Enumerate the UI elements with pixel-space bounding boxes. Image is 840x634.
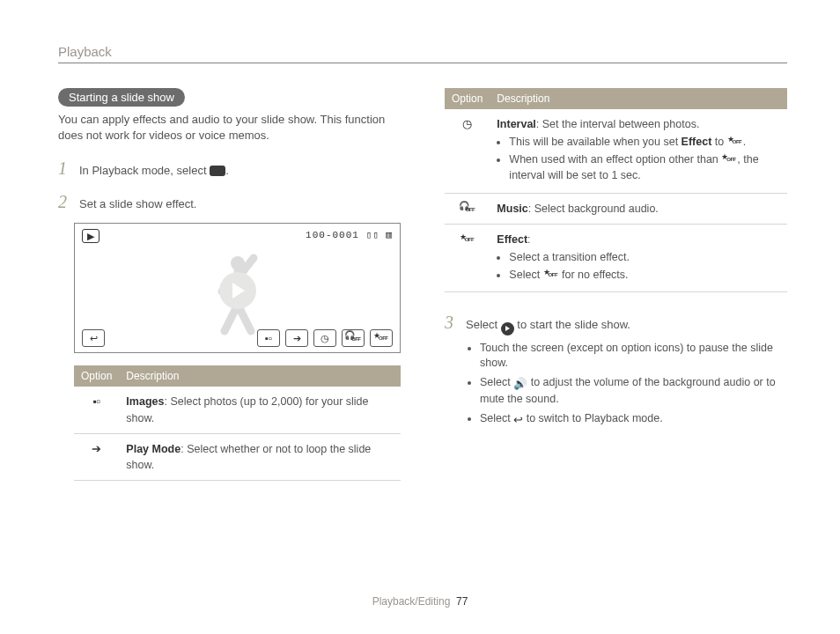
volume-icon: 🔊: [513, 377, 527, 393]
section-header: Playback: [58, 44, 112, 59]
play-button-icon: [219, 272, 256, 309]
effect-off-icon: [721, 153, 737, 164]
camera-screen-illustration: ▶ 100-0001 ▯▯ ▥ ↩ ▪▫ ➔ ◷: [74, 223, 401, 353]
effect-bullet-2: Select for no effects.: [509, 267, 780, 283]
step-3-note-a: Touch the screen (except on option icons…: [480, 341, 787, 372]
step-2-text: Set a slide show effect.: [79, 196, 401, 212]
step-number: 1: [58, 156, 72, 181]
options-table-right: Option Description ◷ Interval: Set the i…: [445, 88, 787, 292]
interval-bullet-1: This will be available when you set Effe…: [509, 134, 780, 150]
step-1: 1 In Playback mode, select .: [58, 156, 401, 181]
play-mode-icon: [210, 166, 225, 176]
effect-off-icon: [445, 224, 490, 291]
arrow-right-icon: ➔: [285, 329, 308, 347]
interval-icon: ◷: [445, 109, 490, 193]
table-row: Music: Select background audio.: [445, 193, 787, 224]
interval-description: Interval: Set the interval between photo…: [490, 109, 787, 193]
intro-text: You can apply effects and audio to your …: [58, 112, 401, 144]
step-3-text: Select to start the slide show. Touch th…: [466, 317, 787, 431]
music-off-icon: [445, 193, 490, 224]
col-header-description: Description: [490, 88, 787, 109]
col-header-option: Option: [445, 88, 490, 109]
image-counter: 100-0001 ▯▯ ▥: [306, 229, 393, 240]
step-number: 3: [445, 310, 459, 335]
page-footer: Playback/Editing 77: [0, 595, 840, 608]
step-3: 3 Select to start the slide show. Touch …: [445, 310, 787, 431]
back-icon: ↩: [82, 329, 105, 347]
effect-off-icon: [727, 136, 743, 146]
music-description: Music: Select background audio.: [490, 193, 787, 224]
images-description: Images: Select photos (up to 2,000) for …: [119, 387, 401, 433]
effect-description: Effect: Select a transition effect. Sele…: [490, 224, 787, 291]
interval-icon: ◷: [313, 329, 336, 347]
effect-bullet-1: Select a transition effect.: [509, 249, 780, 265]
screen-toolbar: ↩ ▪▫ ➔ ◷: [82, 329, 393, 347]
options-table-left: Option Description ▪▫ Images: Select pho…: [74, 365, 401, 481]
table-row: ➔ Play Mode: Select whether or not to lo…: [74, 433, 401, 480]
step-2: 2 Set a slide show effect.: [58, 189, 401, 214]
effect-off-icon: [370, 329, 393, 347]
col-header-description: Description: [119, 365, 401, 387]
table-row: ◷ Interval: Set the interval between pho…: [445, 109, 787, 193]
page-number: 77: [456, 595, 468, 608]
step-1-suffix: .: [225, 164, 229, 177]
table-row: ▪▫ Images: Select photos (up to 2,000) f…: [74, 387, 401, 433]
step-1-prefix: In Playback mode, select: [79, 164, 210, 177]
playmode-description: Play Mode: Select whether or not to loop…: [119, 433, 401, 480]
step-3-note-c: Select ↩ to switch to Playback mode.: [480, 411, 787, 429]
playback-indicator-icon: ▶: [82, 229, 99, 243]
step-number: 2: [58, 189, 72, 214]
arrow-right-icon: ➔: [74, 433, 119, 480]
step-1-text: In Playback mode, select .: [79, 163, 401, 179]
section-pill: Starting a slide show: [58, 88, 185, 107]
music-off-icon: [342, 329, 365, 347]
images-icon: ▪▫: [257, 329, 280, 347]
footer-path: Playback/Editing: [372, 595, 451, 608]
col-header-option: Option: [74, 365, 119, 387]
table-row: Effect: Select a transition effect. Sele…: [445, 224, 787, 291]
start-play-icon: [501, 322, 514, 335]
back-icon: ↩: [513, 413, 523, 429]
step-3-note-b: Select 🔊 to adjust the volume of the bac…: [480, 375, 787, 408]
effect-off-icon: [543, 269, 559, 279]
interval-bullet-2: When used with an effect option other th…: [509, 151, 780, 183]
images-icon: ▪▫: [74, 387, 119, 433]
